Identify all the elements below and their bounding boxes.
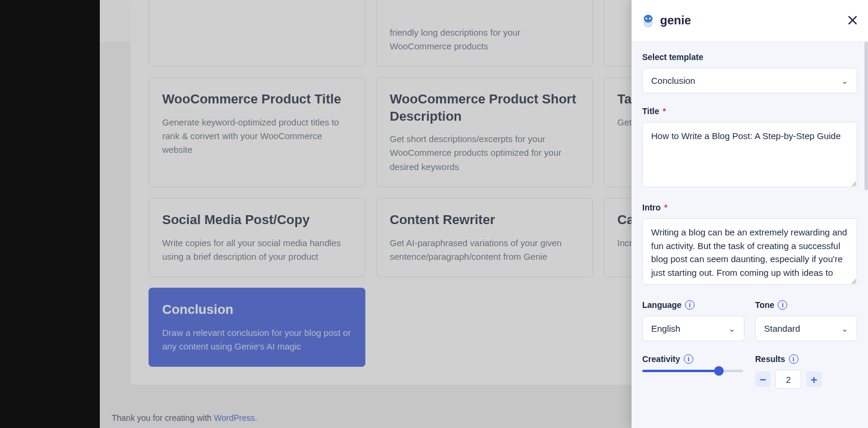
slider-thumb[interactable] [714,366,724,376]
panel-logo: genie [640,12,691,29]
info-icon[interactable]: i [685,300,695,310]
footer-credit: Thank you for creating with WordPress. [112,413,257,423]
side-panel: genie Select template Conclusion ⌄ Title… [632,0,868,428]
title-input[interactable] [642,122,857,187]
wp-admin-sidebar [0,0,100,428]
creativity-slider[interactable] [642,370,744,372]
language-label: Language i [642,300,744,310]
card-desc: Get short descriptions/excerpts for your… [390,132,579,174]
card-title: WooCommerce Product Short Description [390,91,579,125]
wordpress-link[interactable]: WordPress [214,413,255,423]
panel-body: Select template Conclusion ⌄ Title * Int… [632,42,868,428]
template-select-value: Conclusion [651,75,695,86]
card-title: Conclusion [162,301,352,319]
intro-label: Intro * [642,203,857,212]
template-card-wc-short[interactable]: WooCommerce Product Short Description Ge… [376,77,593,187]
template-card-wc-title[interactable]: WooCommerce Product Title Generate keywo… [149,77,365,187]
tone-value: Standard [764,323,800,333]
template-select-label: Select template [642,52,857,62]
card-desc: Get AI-paraphrased variations of your gi… [390,236,579,264]
panel-logo-text: genie [660,14,691,27]
info-icon[interactable]: i [778,300,787,310]
results-input[interactable] [775,370,801,389]
info-icon[interactable]: i [684,354,693,364]
panel-scrollbar[interactable] [864,42,868,190]
chevron-down-icon: ⌄ [841,76,848,86]
tone-select[interactable]: Standard ⌄ [755,316,857,341]
panel-header: genie [632,0,868,42]
footer-prefix: Thank you for creating with [112,413,214,423]
svg-point-9 [649,17,651,19]
svg-point-7 [644,14,653,22]
template-card-partial[interactable] [149,0,365,67]
template-card-social[interactable]: Social Media Post/Copy Write copies for … [149,198,365,277]
chevron-down-icon: ⌄ [728,324,736,333]
card-title: WooCommerce Product Title [162,91,352,108]
svg-point-8 [646,17,648,19]
decrease-results-button[interactable]: − [755,372,771,387]
close-icon [848,15,857,25]
intro-input[interactable] [642,218,857,285]
template-card-rewriter[interactable]: Content Rewriter Get AI-paraphrased vari… [376,198,593,277]
template-card-conclusion[interactable]: Conclusion Draw a relevant conclusion fo… [149,288,365,367]
template-card-partial[interactable]: friendly long descriptions for your WooC… [376,0,593,67]
card-title: Content Rewriter [390,212,579,229]
creativity-label: Creativity i [642,354,744,364]
close-panel-button[interactable] [848,13,857,29]
language-select[interactable]: English ⌄ [642,316,744,341]
results-stepper: − + [755,370,857,389]
results-label: Results i [755,354,857,364]
card-title: Social Media Post/Copy [162,212,352,229]
footer-suffix: . [255,413,257,423]
title-label: Title * [642,106,857,116]
card-desc: Draw a relevant conclusion for your blog… [162,326,352,354]
language-value: English [651,323,680,333]
template-select[interactable]: Conclusion ⌄ [642,68,857,93]
card-desc: Generate keyword-optimized product title… [162,115,352,157]
chevron-down-icon: ⌄ [841,324,848,333]
tone-label: Tone i [755,300,857,310]
card-desc: Write copies for all your social media h… [162,236,352,264]
increase-results-button[interactable]: + [806,372,822,387]
info-icon[interactable]: i [789,354,798,364]
